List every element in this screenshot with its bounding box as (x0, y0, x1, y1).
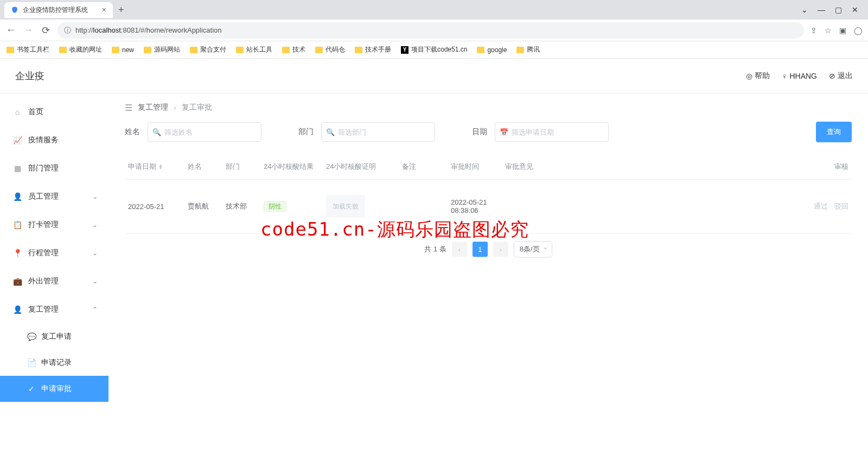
close-window-icon[interactable]: ✕ (852, 5, 858, 14)
dept-input-wrap: 🔍 (321, 122, 435, 142)
sidebar-item-department[interactable]: ▦部门管理 (0, 154, 108, 182)
folder-icon (190, 47, 197, 53)
user-menu[interactable]: ♀HHANG (782, 72, 817, 80)
th-name: 姓名 (184, 162, 222, 172)
th-action: 审核 (797, 162, 852, 172)
url-input[interactable]: ⓘ http://localhost:8081/#/home/reworkApp… (58, 22, 804, 39)
dept-input[interactable] (321, 122, 435, 142)
sidebar-item-home[interactable]: ⌂首页 (0, 98, 108, 126)
bookmark-item[interactable]: 技术手册 (355, 45, 391, 54)
briefcase-icon: 💼 (13, 277, 22, 286)
browser-chrome: 企业疫情防控管理系统 × + ⌄ — ▢ ✕ ← → ⟳ ⓘ http://lo… (0, 0, 868, 59)
address-bar: ← → ⟳ ⓘ http://localhost:8081/#/home/rew… (0, 20, 868, 41)
breadcrumb-item[interactable]: 复工管理 (138, 103, 168, 112)
chevron-down-icon: ⌄ (92, 221, 98, 229)
star-icon[interactable]: ☆ (825, 26, 832, 35)
th-dept: 部门 (222, 162, 260, 172)
th-opinion: 审批意见 (502, 162, 797, 172)
date-input-wrap: 📅 (495, 122, 609, 142)
folder-icon (144, 47, 151, 53)
close-icon[interactable]: × (102, 5, 106, 14)
grid-icon: ▦ (13, 164, 22, 173)
share-icon[interactable]: ⇪ (810, 26, 817, 35)
sidebar-item-trip[interactable]: 📍行程管理⌄ (0, 239, 108, 267)
app-root: 企业疫 ◎帮助 ♀HHANG ⊘退出 ⌂首页 📈疫情服务 ▦部门管理 👤员工管理… (0, 59, 868, 402)
name-input[interactable] (148, 122, 261, 142)
search-button[interactable]: 查询 (816, 122, 852, 142)
page-size-select[interactable]: 8条/页 (514, 241, 552, 257)
image-load-fail: 加载失败 (326, 195, 365, 218)
info-icon[interactable]: ⓘ (64, 26, 71, 35)
folder-icon (236, 47, 244, 53)
approval-table: 申请日期▲▼ 姓名 部门 24小时核酸结果 24小时核酸证明 备注 审批时间 审… (125, 154, 852, 234)
bookmark-item[interactable]: 收藏的网址 (59, 45, 102, 54)
bookmark-item[interactable]: new (112, 46, 134, 54)
sidebar-item-epidemic[interactable]: 📈疫情服务 (0, 126, 108, 154)
date-input[interactable] (495, 122, 609, 142)
content: ☰ 复工管理 › 复工审批 姓名 🔍 部门 🔍 日期 (108, 93, 868, 402)
user-icon: 👤 (13, 192, 22, 201)
maximize-icon[interactable]: ▢ (835, 5, 842, 14)
bookmark-item[interactable]: 源码网站 (144, 45, 180, 54)
date-label: 日期 (472, 127, 487, 137)
folder-icon (516, 47, 524, 53)
help-button[interactable]: ◎帮助 (746, 71, 770, 81)
sidebar-item-rework[interactable]: 👤复工管理⌃ (0, 295, 108, 324)
name-label: 姓名 (125, 127, 140, 137)
bookmark-item[interactable]: 书签工具栏 (7, 45, 49, 54)
chevron-up-icon: ⌃ (92, 306, 98, 313)
reject-button[interactable]: 驳回 (834, 202, 848, 210)
new-tab-button[interactable]: + (118, 4, 124, 16)
sidebar-sub-apply[interactable]: 💬复工申请 (0, 324, 108, 350)
chevron-down-icon: ⌄ (92, 277, 98, 285)
cell-proof: 加载失败 (323, 195, 399, 218)
browser-tab[interactable]: 企业疫情防控管理系统 × (4, 2, 113, 18)
dept-label: 部门 (298, 127, 314, 137)
bookmark-item[interactable]: Y项目下载code51.cn (401, 45, 467, 54)
breadcrumb-current: 复工审批 (182, 103, 212, 112)
chevron-down-icon: ⌄ (92, 249, 98, 257)
back-button[interactable]: ← (5, 24, 16, 36)
cell-time: 2022-05-21 08:38:06 (448, 198, 502, 214)
sidebar-item-checkin[interactable]: 📋打卡管理⌄ (0, 211, 108, 239)
app-logo: 企业疫 (15, 70, 44, 83)
bookmark-item[interactable]: 聚合支付 (190, 45, 226, 54)
bookmark-item[interactable]: 代码仓 (315, 45, 345, 54)
prev-page-button[interactable]: ‹ (452, 242, 467, 257)
sidebar-sub-approval[interactable]: ✓申请审批 (0, 376, 108, 402)
chevron-down-icon[interactable]: ⌄ (801, 5, 808, 14)
pagination: 共 1 条 ‹ 1 › 8条/页 (125, 241, 852, 257)
bookmark-item[interactable]: google (477, 46, 507, 54)
forward-button[interactable]: → (23, 24, 34, 36)
minimize-icon[interactable]: — (818, 5, 825, 14)
help-icon: ◎ (746, 72, 752, 80)
check-icon: ✓ (27, 384, 36, 393)
approve-button[interactable]: 通过 (814, 202, 828, 210)
th-date[interactable]: 申请日期▲▼ (125, 162, 184, 172)
window-controls: ⌄ — ▢ ✕ (801, 5, 864, 14)
bookmark-item[interactable]: 技术 (282, 45, 305, 54)
folder-icon (315, 47, 323, 53)
page-number[interactable]: 1 (473, 242, 488, 257)
cell-action: 通过 驳回 (797, 201, 852, 211)
bookmark-item[interactable]: 腾讯 (516, 45, 540, 54)
bookmarks-bar: 书签工具栏 收藏的网址 new 源码网站 聚合支付 站长工具 技术 代码仓 技术… (0, 41, 868, 59)
name-input-wrap: 🔍 (148, 122, 261, 142)
next-page-button[interactable]: › (493, 242, 508, 257)
chevron-right-icon: › (174, 103, 176, 112)
cell-name: 贾航航 (184, 201, 222, 211)
bookmark-item[interactable]: 站长工具 (236, 45, 272, 54)
sidebar-sub-record[interactable]: 📄申请记录 (0, 350, 108, 376)
breadcrumb: ☰ 复工管理 › 复工审批 (125, 93, 852, 122)
reload-button[interactable]: ⟳ (40, 24, 51, 36)
table-row: 2022-05-21 贾航航 技术部 阴性 加载失败 2022-05-21 08… (125, 180, 852, 234)
cell-date: 2022-05-21 (125, 203, 184, 211)
menu-toggle-icon[interactable]: ☰ (125, 103, 132, 113)
profile-icon[interactable]: ◯ (854, 26, 863, 35)
logout-button[interactable]: ⊘退出 (829, 71, 853, 81)
sidebar-item-outgoing[interactable]: 💼外出管理⌄ (0, 267, 108, 295)
extensions-icon[interactable]: ▣ (839, 26, 846, 35)
folder-icon (112, 47, 119, 53)
home-icon: ⌂ (13, 108, 22, 116)
sidebar-item-employee[interactable]: 👤员工管理⌄ (0, 182, 108, 211)
